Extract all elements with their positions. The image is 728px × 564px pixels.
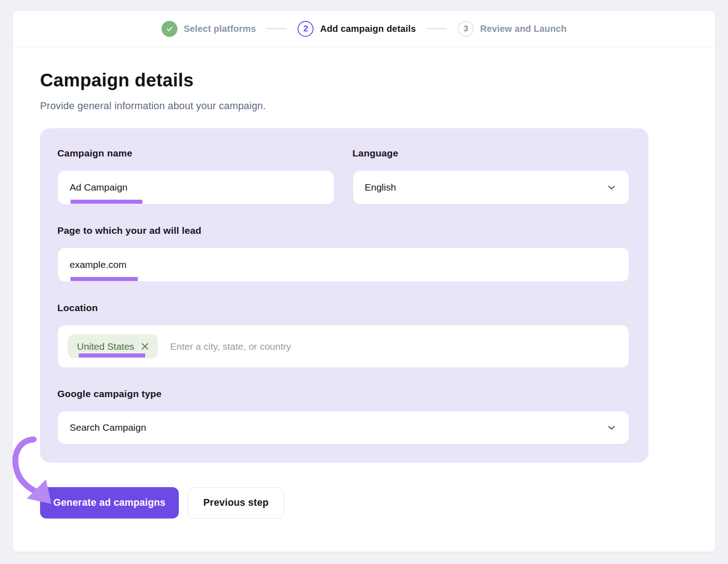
remove-tag-icon[interactable] — [141, 342, 149, 350]
page-url-field — [57, 247, 629, 282]
step-review-and-launch[interactable]: 3 Review and Launch — [458, 21, 566, 37]
campaign-details-panel: Campaign name Language English — [40, 128, 648, 463]
step-label: Select platforms — [184, 24, 256, 34]
campaign-name-input[interactable] — [70, 182, 322, 193]
step-number-circle: 3 — [458, 21, 474, 37]
page-background: Select platforms 2 Add campaign details … — [0, 0, 728, 564]
location-field[interactable]: United States — [57, 325, 629, 368]
highlight-underline — [71, 200, 142, 204]
step-add-campaign-details[interactable]: 2 Add campaign details — [298, 21, 416, 37]
page-url-label: Page to which your ad will lead — [57, 224, 629, 237]
location-tag-label: United States — [77, 341, 134, 352]
location-input[interactable] — [170, 341, 617, 352]
step-number-circle: 2 — [298, 21, 313, 37]
language-select[interactable]: English — [353, 170, 630, 205]
location-tag-united-states: United States — [68, 334, 158, 358]
page-title: Campaign details — [40, 70, 688, 91]
highlight-underline — [79, 353, 145, 358]
step-label: Add campaign details — [320, 24, 416, 34]
chevron-down-icon — [606, 182, 617, 193]
step-select-platforms[interactable]: Select platforms — [162, 21, 256, 37]
language-selected-value: English — [365, 182, 396, 193]
highlight-underline — [71, 277, 138, 281]
generate-ad-campaigns-button[interactable]: Generate ad campaigns — [40, 487, 179, 519]
campaign-name-label: Campaign name — [57, 146, 334, 160]
location-label: Location — [57, 301, 629, 315]
page-url-input[interactable] — [70, 259, 617, 270]
wizard-stepper: Select platforms 2 Add campaign details … — [13, 10, 715, 47]
stepper-connector — [427, 28, 447, 29]
campaign-type-label: Google campaign type — [57, 387, 629, 401]
step-complete-circle — [162, 21, 177, 37]
previous-step-button[interactable]: Previous step — [188, 487, 284, 519]
campaign-name-field — [57, 170, 334, 205]
language-label: Language — [353, 146, 630, 160]
check-icon — [165, 25, 174, 33]
wizard-card: Select platforms 2 Add campaign details … — [12, 10, 716, 552]
page-subtitle: Provide general information about your c… — [40, 100, 688, 112]
campaign-type-select[interactable]: Search Campaign — [57, 411, 629, 444]
campaign-type-selected-value: Search Campaign — [70, 422, 146, 433]
stepper-connector — [267, 28, 287, 29]
step-label: Review and Launch — [480, 24, 566, 34]
chevron-down-icon — [606, 422, 617, 433]
